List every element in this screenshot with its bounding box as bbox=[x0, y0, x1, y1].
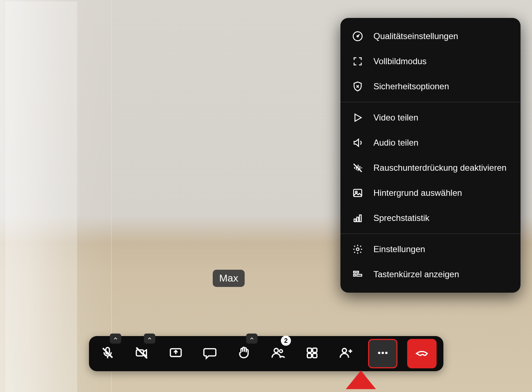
svg-rect-2 bbox=[354, 189, 362, 197]
tile-view-button[interactable] bbox=[300, 341, 324, 366]
menu-item-label: Rauschunterdrückung deaktivieren bbox=[373, 163, 507, 173]
svg-point-24 bbox=[385, 352, 388, 354]
menu-item-label: Einstellungen bbox=[373, 244, 425, 254]
svg-point-7 bbox=[356, 248, 359, 251]
participant-name-tag: Max bbox=[213, 270, 245, 287]
menu-item-share-audio[interactable]: Audio teilen bbox=[340, 130, 521, 155]
menu-item-label: Video teilen bbox=[373, 113, 418, 123]
menu-item-label: Qualitätseinstellungen bbox=[373, 31, 458, 41]
svg-rect-6 bbox=[359, 215, 361, 222]
svg-rect-5 bbox=[357, 217, 359, 222]
svg-point-1 bbox=[357, 36, 358, 37]
play-icon bbox=[352, 112, 363, 123]
camera-off-icon bbox=[135, 346, 149, 362]
svg-rect-11 bbox=[357, 274, 362, 276]
more-actions-button[interactable] bbox=[368, 339, 397, 368]
hangup-button[interactable] bbox=[407, 339, 437, 368]
menu-item-label: Audio teilen bbox=[373, 138, 418, 148]
menu-item-label: Vollbildmodus bbox=[373, 56, 427, 66]
svg-point-22 bbox=[378, 352, 381, 354]
menu-item-security[interactable]: Sicherheitsoptionen bbox=[340, 74, 521, 99]
menu-divider bbox=[340, 102, 521, 102]
camera-chevron[interactable] bbox=[144, 334, 155, 344]
svg-rect-17 bbox=[307, 348, 312, 353]
keyboard-icon bbox=[352, 269, 363, 280]
chat-button[interactable] bbox=[198, 341, 222, 366]
svg-point-15 bbox=[274, 349, 278, 353]
chevron-up-icon bbox=[147, 336, 152, 341]
menu-item-speaker-stats[interactable]: Sprechstatistik bbox=[340, 206, 521, 231]
fullscreen-icon bbox=[352, 56, 363, 67]
share-screen-icon bbox=[169, 346, 183, 362]
menu-item-label: Hintergrund auswählen bbox=[373, 188, 462, 198]
menu-item-noise-suppression[interactable]: Rauschunterdrückung deaktivieren bbox=[340, 155, 521, 180]
menu-item-settings[interactable]: Einstellungen bbox=[340, 237, 521, 262]
camera-button[interactable] bbox=[130, 341, 154, 366]
menu-item-fullscreen[interactable]: Vollbildmodus bbox=[340, 49, 521, 74]
participant-name: Max bbox=[219, 273, 238, 284]
image-icon bbox=[352, 187, 363, 199]
svg-rect-4 bbox=[354, 219, 356, 222]
chevron-up-icon bbox=[249, 336, 255, 341]
mic-chevron[interactable] bbox=[110, 334, 121, 344]
raise-hand-icon bbox=[237, 346, 251, 362]
svg-rect-19 bbox=[307, 354, 312, 358]
tile-view-icon bbox=[305, 346, 319, 362]
gear-icon bbox=[352, 244, 363, 255]
menu-item-quality[interactable]: Qualitätseinstellungen bbox=[340, 24, 521, 49]
noise-off-icon bbox=[352, 162, 363, 174]
menu-item-shortcuts[interactable]: Tastenkürzel anzeigen bbox=[340, 262, 521, 287]
menu-item-label: Sprechstatistik bbox=[373, 213, 429, 223]
svg-rect-9 bbox=[357, 271, 359, 273]
mic-muted-icon bbox=[100, 346, 115, 362]
more-actions-menu: Qualitätseinstellungen Vollbildmodus Sic… bbox=[340, 18, 521, 293]
svg-rect-20 bbox=[313, 354, 317, 358]
svg-point-16 bbox=[279, 350, 282, 353]
svg-point-23 bbox=[382, 352, 384, 354]
more-icon bbox=[376, 346, 390, 362]
menu-item-label: Sicherheitsoptionen bbox=[373, 81, 449, 91]
hangup-icon bbox=[415, 346, 429, 362]
menu-item-label: Tastenkürzel anzeigen bbox=[373, 269, 459, 279]
svg-rect-8 bbox=[354, 271, 356, 273]
mic-button[interactable] bbox=[95, 341, 120, 366]
gauge-icon bbox=[352, 30, 363, 42]
chat-icon bbox=[203, 346, 217, 362]
svg-rect-10 bbox=[354, 274, 356, 276]
invite-icon bbox=[339, 346, 353, 362]
participants-count-badge: 2 bbox=[281, 336, 291, 346]
invite-button[interactable] bbox=[334, 341, 358, 366]
chevron-up-icon bbox=[113, 336, 118, 341]
shield-x-icon bbox=[352, 81, 363, 92]
menu-divider bbox=[340, 233, 521, 234]
hand-chevron[interactable] bbox=[246, 334, 258, 344]
share-screen-button[interactable] bbox=[164, 341, 188, 366]
menu-item-share-video[interactable]: Video teilen bbox=[340, 105, 521, 130]
annotation-pointer bbox=[346, 370, 376, 389]
bar-chart-icon bbox=[352, 212, 363, 224]
svg-rect-18 bbox=[313, 348, 317, 353]
raise-hand-button[interactable] bbox=[232, 341, 256, 366]
menu-item-background[interactable]: Hintergrund auswählen bbox=[340, 180, 521, 206]
participants-icon bbox=[271, 346, 285, 362]
call-toolbar: 2 bbox=[89, 336, 443, 371]
svg-point-21 bbox=[342, 349, 347, 353]
participants-button[interactable]: 2 bbox=[266, 341, 290, 366]
speaker-icon bbox=[352, 137, 363, 148]
